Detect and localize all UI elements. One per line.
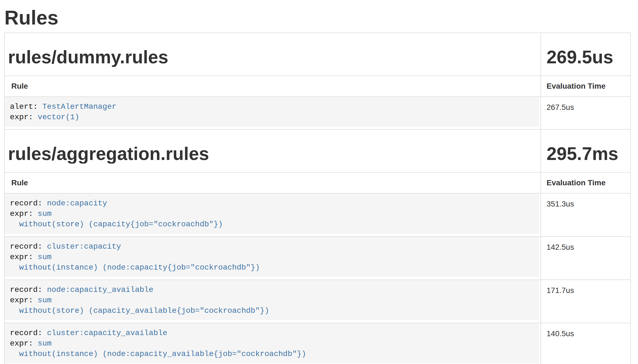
rule-group-heading-row: rules/dummy.rules269.5us xyxy=(4,33,631,76)
rule-keyword: expr: xyxy=(10,113,33,121)
rule-row: record: cluster:capacity expr: sum witho… xyxy=(4,237,631,280)
rule-keyword: record: xyxy=(10,242,42,251)
rule-group-name-cell: rules/aggregation.rules xyxy=(4,129,541,172)
rule-cell: record: cluster:capacity_available expr:… xyxy=(4,323,541,364)
rule-group-eval-cell: 295.7ms xyxy=(541,129,631,172)
page-container: Rules rules/dummy.rules269.5usRuleEvalua… xyxy=(0,7,638,364)
rule-keyword: expr: xyxy=(10,253,33,261)
rule-group-name-cell: rules/dummy.rules xyxy=(4,33,541,76)
rule-keyword: expr: xyxy=(10,296,33,305)
rule-expr-link[interactable]: sum xyxy=(38,253,52,261)
rule-name-link[interactable]: node:capacity xyxy=(47,199,107,208)
rule-row: record: node:capacity_available expr: su… xyxy=(4,280,631,323)
rule-expr-link[interactable]: sum xyxy=(38,296,52,305)
rule-row: record: cluster:capacity_available expr:… xyxy=(4,323,631,364)
rule-eval-time: 171.7us xyxy=(541,280,631,323)
rule-group-heading-row: rules/aggregation.rules295.7ms xyxy=(4,129,631,172)
rule-code: record: cluster:capacity expr: sum witho… xyxy=(5,237,539,277)
rule-expr-link[interactable]: without(store) (capacity_available{job="… xyxy=(10,306,269,315)
rule-group-file: rules/aggregation.rules xyxy=(8,144,536,164)
rule-eval-time: 351.3us xyxy=(541,193,631,237)
rules-table-body: rules/dummy.rules269.5usRuleEvaluation T… xyxy=(4,33,631,364)
rule-keyword: expr: xyxy=(10,339,33,348)
rule-eval-time: 267.5us xyxy=(541,97,631,129)
rule-eval-time: 140.5us xyxy=(541,323,631,364)
rule-keyword: expr: xyxy=(10,210,33,218)
rule-name-link[interactable]: node:capacity_available xyxy=(47,286,153,294)
rule-group-eval-cell: 269.5us xyxy=(541,33,631,76)
rule-code: alert: TestAlertManager expr: vector(1) xyxy=(5,97,539,127)
rule-keyword: alert: xyxy=(10,102,38,111)
columns-header-row: RuleEvaluation Time xyxy=(4,76,631,97)
rule-group-file: rules/dummy.rules xyxy=(8,47,536,67)
rule-expr-link[interactable]: sum xyxy=(38,210,52,218)
rule-eval-time: 142.5us xyxy=(541,237,631,280)
rule-expr-link[interactable]: without(store) (capacity{job="cockroachd… xyxy=(10,220,223,229)
rule-name-link[interactable]: TestAlertManager xyxy=(42,102,117,111)
rule-row: alert: TestAlertManager expr: vector(1)2… xyxy=(4,97,631,129)
rule-expr-link[interactable]: vector(1) xyxy=(38,113,79,121)
rule-expr-link[interactable]: without(instance) (node:capacity{job="co… xyxy=(10,263,260,272)
page-title: Rules xyxy=(4,7,631,29)
rule-cell: record: cluster:capacity expr: sum witho… xyxy=(4,237,541,280)
rule-cell: record: node:capacity_available expr: su… xyxy=(4,280,541,323)
rule-expr-link[interactable]: without(instance) (node:capacity_availab… xyxy=(10,350,306,358)
rule-name-link[interactable]: cluster:capacity_available xyxy=(47,329,167,337)
rule-keyword: record: xyxy=(10,286,42,294)
rule-keyword: record: xyxy=(10,329,42,337)
rule-cell: alert: TestAlertManager expr: vector(1) xyxy=(4,97,541,129)
eval-time-column-header: Evaluation Time xyxy=(541,76,631,97)
rule-column-header: Rule xyxy=(4,172,541,193)
rule-code: record: cluster:capacity_available expr:… xyxy=(5,323,539,363)
rule-code: record: node:capacity_available expr: su… xyxy=(5,280,539,320)
columns-header-row: RuleEvaluation Time xyxy=(4,172,631,193)
rule-column-header: Rule xyxy=(4,76,541,97)
rules-table: rules/dummy.rules269.5usRuleEvaluation T… xyxy=(4,32,631,364)
eval-time-column-header: Evaluation Time xyxy=(541,172,631,193)
rule-name-link[interactable]: cluster:capacity xyxy=(47,242,121,251)
rule-cell: record: node:capacity expr: sum without(… xyxy=(4,193,541,237)
rule-row: record: node:capacity expr: sum without(… xyxy=(4,193,631,237)
rule-expr-link[interactable]: sum xyxy=(38,339,52,348)
rule-code: record: node:capacity expr: sum without(… xyxy=(5,194,539,234)
rule-group-eval-time: 295.7ms xyxy=(547,144,626,164)
rule-group-eval-time: 269.5us xyxy=(547,47,626,67)
rule-keyword: record: xyxy=(10,199,42,208)
